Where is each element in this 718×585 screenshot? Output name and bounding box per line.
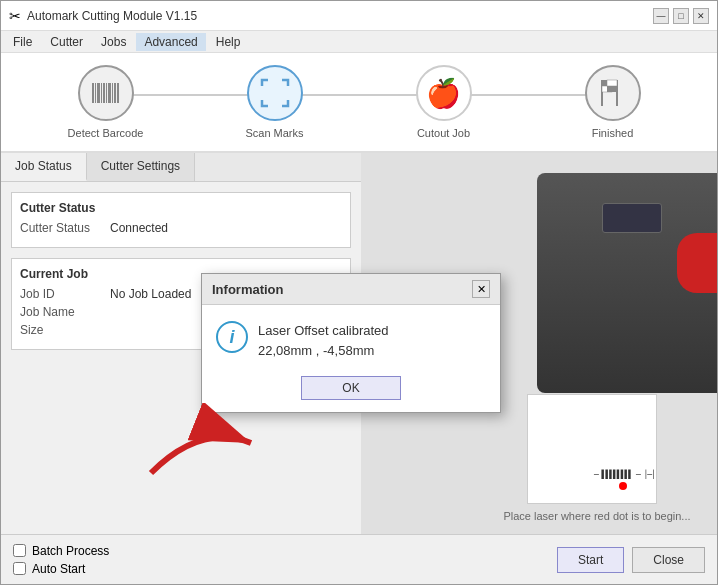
- svg-rect-7: [112, 83, 113, 103]
- main-content: Job Status Cutter Settings Cutter Status…: [1, 153, 717, 534]
- cutter-machine: [517, 173, 717, 413]
- modal-title-bar: Information ✕: [202, 274, 500, 305]
- title-bar-controls: — □ ✕: [653, 8, 709, 24]
- steps-bar: Detect Barcode Scan Marks 🍎 Cutout Job: [1, 53, 717, 153]
- svg-rect-0: [92, 83, 94, 103]
- svg-rect-8: [114, 83, 116, 103]
- svg-rect-6: [108, 83, 111, 103]
- paper-area: [527, 394, 657, 504]
- tab-bar: Job Status Cutter Settings: [1, 153, 361, 182]
- auto-start-checkbox[interactable]: [13, 562, 26, 575]
- app-icon: ✂: [9, 8, 21, 24]
- info-icon: i: [216, 321, 248, 353]
- cutter-status-value: Connected: [110, 221, 168, 235]
- title-bar-left: ✂ Automark Cutting Module V1.15: [9, 8, 197, 24]
- paper-barcode: ─ ▌▌▌▌▌▌▌▌ ─ │─│: [594, 470, 655, 479]
- bottom-buttons: Start Close: [557, 547, 705, 573]
- job-id-value: No Job Loaded: [110, 287, 191, 301]
- svg-rect-2: [97, 83, 100, 103]
- menu-help[interactable]: Help: [208, 33, 249, 51]
- auto-start-row: Auto Start: [13, 562, 109, 576]
- tab-job-status[interactable]: Job Status: [1, 153, 87, 181]
- step-scan-marks-label: Scan Marks: [245, 127, 303, 139]
- svg-rect-9: [117, 83, 119, 103]
- batch-process-row: Batch Process: [13, 544, 109, 558]
- title-bar: ✂ Automark Cutting Module V1.15 — □ ✕: [1, 1, 717, 31]
- step-detect-barcode-label: Detect Barcode: [68, 127, 144, 139]
- finish-flags-icon: [595, 78, 631, 108]
- auto-start-label: Auto Start: [32, 562, 85, 576]
- close-window-button[interactable]: ✕: [693, 8, 709, 24]
- batch-process-checkbox[interactable]: [13, 544, 26, 557]
- job-name-label: Job Name: [20, 305, 110, 319]
- modal-ok-button[interactable]: OK: [301, 376, 400, 400]
- arrow-indicator: [141, 403, 261, 486]
- step-cutout-job-circle: 🍎: [416, 65, 472, 121]
- step-scan-marks-circle: [247, 65, 303, 121]
- svg-rect-4: [103, 83, 105, 103]
- step-cutout-job-label: Cutout Job: [417, 127, 470, 139]
- svg-rect-5: [106, 83, 107, 103]
- arrow-svg: [141, 403, 261, 483]
- modal-message-line1: Laser Offset calibrated: [258, 323, 389, 338]
- modal-close-button[interactable]: ✕: [472, 280, 490, 298]
- barcode-icon: [91, 81, 121, 105]
- step-detect-barcode-circle: [78, 65, 134, 121]
- cutter-status-section: Cutter Status Cutter Status Connected: [11, 192, 351, 248]
- scan-marks-icon: [258, 76, 292, 110]
- main-window: ✂ Automark Cutting Module V1.15 — □ ✕ Fi…: [0, 0, 718, 585]
- cutter-status-section-title: Cutter Status: [20, 201, 342, 215]
- cutter-screen: [602, 203, 662, 233]
- menu-advanced[interactable]: Advanced: [136, 33, 205, 51]
- menu-jobs[interactable]: Jobs: [93, 33, 134, 51]
- job-id-label: Job ID: [20, 287, 110, 301]
- svg-rect-1: [95, 83, 96, 103]
- modal-message-line2: 22,08mm , -4,58mm: [258, 343, 374, 358]
- menu-file[interactable]: File: [5, 33, 40, 51]
- menu-bar: File Cutter Jobs Advanced Help: [1, 31, 717, 53]
- maximize-button[interactable]: □: [673, 8, 689, 24]
- step-scan-marks[interactable]: Scan Marks: [225, 65, 325, 139]
- svg-rect-14: [607, 80, 617, 86]
- step-finished[interactable]: Finished: [563, 65, 663, 139]
- step-detect-barcode[interactable]: Detect Barcode: [56, 65, 156, 139]
- batch-process-label: Batch Process: [32, 544, 109, 558]
- start-button[interactable]: Start: [557, 547, 624, 573]
- menu-cutter[interactable]: Cutter: [42, 33, 91, 51]
- information-modal: Information ✕ i Laser Offset calibrated …: [201, 273, 501, 413]
- laser-red-dot: [619, 482, 627, 490]
- modal-body: i Laser Offset calibrated 22,08mm , -4,5…: [202, 305, 500, 372]
- apple-icon: 🍎: [426, 77, 461, 110]
- bottom-bar: Batch Process Auto Start Start Close: [1, 534, 717, 584]
- modal-title: Information: [212, 282, 284, 297]
- step-finished-label: Finished: [592, 127, 634, 139]
- svg-rect-15: [607, 86, 617, 92]
- close-button[interactable]: Close: [632, 547, 705, 573]
- cutter-status-label: Cutter Status: [20, 221, 110, 235]
- cutter-red-knob: [677, 233, 717, 293]
- checkboxes-group: Batch Process Auto Start: [13, 544, 109, 576]
- step-cutout-job[interactable]: 🍎 Cutout Job: [394, 65, 494, 139]
- steps-connector-line: [81, 94, 637, 96]
- place-laser-instruction: Place laser where red dot is to begin...: [497, 510, 697, 522]
- modal-message: Laser Offset calibrated 22,08mm , -4,58m…: [258, 321, 389, 360]
- step-finished-circle: [585, 65, 641, 121]
- minimize-button[interactable]: —: [653, 8, 669, 24]
- job-size-label: Size: [20, 323, 110, 337]
- cutter-status-row: Cutter Status Connected: [20, 221, 342, 235]
- svg-rect-3: [101, 83, 102, 103]
- tab-cutter-settings[interactable]: Cutter Settings: [87, 153, 195, 181]
- app-title: Automark Cutting Module V1.15: [27, 9, 197, 23]
